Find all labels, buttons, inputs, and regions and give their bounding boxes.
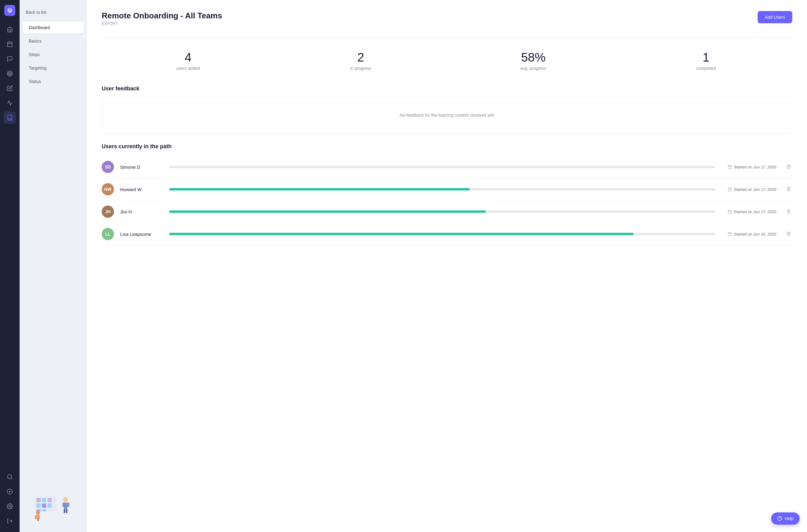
calendar-icon — [728, 232, 732, 236]
progress-bar-fill — [169, 188, 470, 190]
progress-bar — [169, 210, 715, 213]
table-row: LL Lisa Leapsome Started on Jun 10, 2020 — [102, 223, 792, 245]
app-logo — [4, 5, 15, 16]
svg-rect-23 — [42, 509, 46, 512]
stat-label-users-added: users added — [107, 66, 269, 71]
sidebar-item-dashboard[interactable]: Dashboard — [23, 21, 84, 34]
svg-rect-16 — [42, 498, 46, 502]
page-title: Remote Onboarding - All Teams EXPORT — [102, 11, 222, 33]
activity-icon[interactable] — [4, 97, 16, 109]
user-name: Jim H — [120, 209, 163, 214]
stat-number-avg-progress: 58% — [452, 51, 615, 64]
svg-rect-34 — [728, 165, 732, 169]
svg-rect-38 — [728, 188, 732, 191]
svg-rect-33 — [37, 519, 39, 521]
svg-point-30 — [36, 510, 40, 515]
calendar-icon — [728, 209, 732, 214]
svg-rect-26 — [62, 502, 64, 507]
search-icon[interactable] — [4, 471, 16, 483]
help-label: Help — [785, 516, 793, 521]
svg-rect-29 — [66, 509, 68, 513]
calendar-icon[interactable] — [4, 38, 16, 50]
help-icon — [777, 516, 782, 521]
page-header: Remote Onboarding - All Teams EXPORT Add… — [102, 11, 792, 33]
svg-rect-20 — [42, 504, 46, 508]
user-name: Simone D — [120, 165, 163, 170]
sidebar-item-basics[interactable]: Basics — [23, 35, 84, 47]
stat-avg-progress: 58% avg. progress — [447, 46, 620, 76]
svg-point-24 — [63, 497, 68, 502]
stat-number-completed: 1 — [625, 51, 788, 64]
export-link[interactable]: EXPORT — [102, 21, 118, 26]
svg-rect-15 — [36, 498, 41, 502]
trash-icon — [786, 164, 791, 169]
book-icon[interactable] — [4, 112, 16, 124]
user-start-date: Started on Jun 17, 2020 — [728, 187, 776, 192]
table-row: HW Howard W Started on Jun 17, 2020 — [102, 178, 792, 201]
trash-icon — [786, 187, 791, 191]
sidebar-item-steps[interactable]: Steps — [23, 49, 84, 61]
progress-bar — [169, 166, 715, 168]
add-icon[interactable] — [4, 486, 16, 498]
progress-bar — [169, 188, 715, 190]
feedback-section-title: User feedback — [102, 86, 792, 92]
svg-point-7 — [8, 475, 12, 479]
stat-completed: 1 completed — [620, 46, 793, 76]
avatar: SD — [102, 161, 114, 173]
chat-icon[interactable] — [4, 53, 16, 65]
user-name: Lisa Leapsome — [120, 231, 163, 237]
progress-bar-fill — [169, 210, 486, 213]
progress-bar — [169, 233, 715, 235]
header-divider — [102, 38, 792, 38]
sidebar-item-status[interactable]: Status — [23, 75, 84, 88]
target-icon[interactable] — [4, 68, 16, 80]
svg-rect-32 — [35, 515, 37, 519]
stat-label-in-progress: in progress — [279, 66, 443, 71]
svg-rect-18 — [53, 498, 55, 502]
svg-point-12 — [9, 506, 11, 507]
users-in-path-section: Users currently in the path SD Simone D … — [102, 143, 792, 245]
svg-rect-21 — [48, 504, 52, 508]
user-name: Howard W — [120, 187, 163, 192]
delete-user-button[interactable] — [785, 208, 792, 216]
avatar: LL — [102, 228, 114, 240]
stat-number-users-added: 4 — [107, 51, 269, 64]
back-to-list-link[interactable]: Back to list — [20, 6, 87, 18]
users-list: SD Simone D Started on Jun 17, 2020 HW H… — [102, 156, 792, 245]
sidebar-icon-panel — [0, 0, 20, 532]
home-icon[interactable] — [4, 23, 16, 36]
stat-number-in-progress: 2 — [279, 51, 443, 64]
avatar: JH — [102, 206, 114, 218]
table-row: JH Jim H Started on Jun 17, 2020 — [102, 201, 792, 223]
svg-rect-19 — [36, 504, 41, 508]
stat-label-completed: completed — [625, 66, 788, 71]
settings-icon[interactable] — [4, 500, 16, 512]
avatar: HW — [102, 183, 114, 195]
add-users-button[interactable]: Add Users — [758, 11, 792, 23]
left-navigation-panel: Back to list Dashboard Basics Steps Targ… — [20, 0, 87, 532]
svg-rect-17 — [48, 498, 52, 502]
table-row: SD Simone D Started on Jun 17, 2020 — [102, 156, 792, 178]
feedback-section: User feedback No feedback for the learni… — [102, 86, 792, 134]
sidebar-item-targeting[interactable]: Targeting — [23, 62, 84, 74]
users-in-path-title: Users currently in the path — [102, 143, 792, 150]
feedback-empty-message: No feedback for the learning content rec… — [400, 113, 494, 118]
trash-icon — [786, 209, 791, 214]
edit-icon[interactable] — [4, 82, 16, 94]
calendar-icon — [728, 187, 732, 191]
feedback-empty-state: No feedback for the learning content rec… — [102, 97, 792, 134]
calendar-icon — [728, 165, 732, 169]
delete-user-button[interactable] — [785, 185, 792, 194]
delete-user-button[interactable] — [785, 230, 792, 238]
stat-users-added: 4 users added — [102, 46, 275, 76]
svg-rect-46 — [728, 232, 732, 236]
stats-row: 4 users added 2 in progress 58% avg. pro… — [102, 46, 792, 76]
trash-icon — [786, 231, 791, 236]
logout-icon[interactable] — [4, 515, 16, 527]
user-start-date: Started on Jun 17, 2020 — [728, 209, 776, 214]
stat-label-avg-progress: avg. progress — [452, 66, 615, 71]
delete-user-button[interactable] — [785, 163, 792, 171]
svg-point-6 — [9, 73, 10, 74]
help-button[interactable]: Help — [771, 512, 800, 525]
svg-rect-28 — [64, 509, 65, 513]
